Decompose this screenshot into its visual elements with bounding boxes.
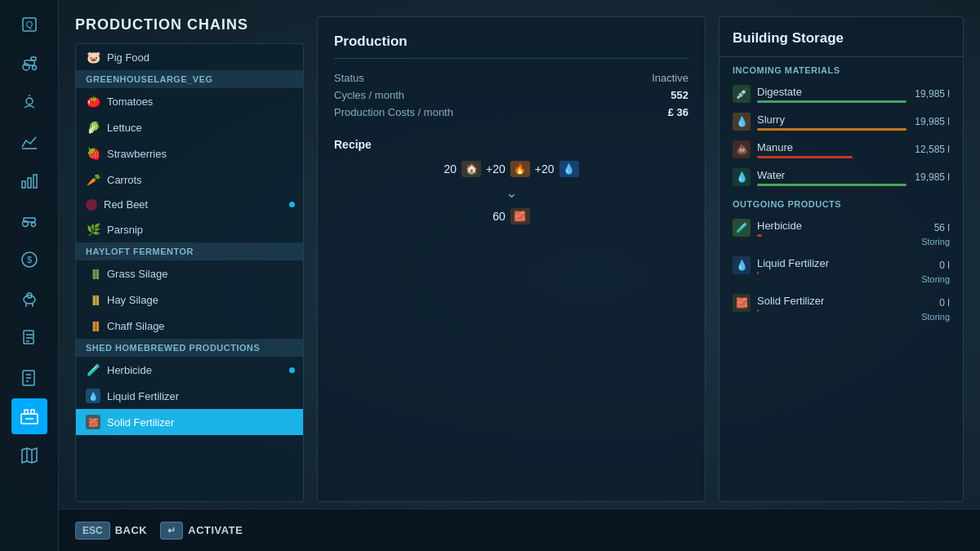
outgoing-solid-row: 🧱 Solid Fertilizer 0 l [733,294,950,312]
svg-point-2 [23,64,29,70]
storage-item-slurry: 💧 Slurry 19,985 l [719,108,963,136]
herbicide-status: Storing [921,237,950,247]
slurry-name: Slurry [757,113,908,126]
water-info: Water [757,169,908,186]
notes-icon[interactable] [11,359,47,395]
storage-panel: Building Storage INCOMING MATERIALS 💉 Di… [719,16,964,502]
recipe-arrow: ⌄ [506,184,518,202]
chain-item-grass-silage[interactable]: ▐▐ Grass Silage [76,260,303,287]
bottom-bar: ESC BACK ↵ ACTIVATE [59,509,980,551]
chain-item-red-beet[interactable]: Red Beet [76,193,303,216]
esc-key-badge: ESC [75,522,110,540]
chain-category-shed: SHED HOMEBREWED PRODUCTIONS [76,339,303,357]
svg-rect-6 [31,57,36,60]
chain-item-label: Parsnip [107,224,143,236]
incoming-header: INCOMING MATERIALS [719,57,963,80]
main-content: PRODUCTION CHAINS 🐷 Pig Food GREENHOUSEL… [59,0,980,551]
chain-item-label: Herbicide [107,364,152,376]
water-bar [757,184,906,186]
chain-item-liquid-fertilizer[interactable]: 💧 Liquid Fertilizer [76,383,303,409]
chain-item-solid-fertilizer[interactable]: 🧱 Solid Fertilizer [76,409,303,435]
chain-item-chaff-silage[interactable]: ▐▐ Chaff Silage [76,313,303,339]
recipe-ingredients: 20 🏠 +20 🔥 +20 💧 [443,161,578,177]
chain-item-carrots[interactable]: 🥕 Carrots [76,167,303,193]
weather-icon[interactable] [11,85,47,121]
costs-value: £ 36 [668,106,688,118]
svg-rect-12 [33,175,37,188]
digestate-icon: 💉 [733,85,751,103]
liquid-fert-status: Storing [921,274,950,284]
chain-item-label: Tomatoes [107,96,153,108]
svg-rect-11 [28,178,31,188]
back-button[interactable]: ESC BACK [75,522,147,540]
herbicide-out-icon: 🧪 [733,219,751,237]
documents-icon[interactable] [11,320,47,356]
herbicide-status-row: Storing [733,237,950,247]
tractor-icon[interactable] [11,46,47,82]
parsnip-icon: 🌿 [86,222,100,237]
slurry-icon: 💧 [733,113,751,131]
slurry-amount: 19,985 l [915,116,950,127]
q-key-icon[interactable]: Q [11,7,47,42]
solid-fert-out-info: Solid Fertilizer [757,295,933,312]
digestate-info: Digestate [757,86,908,103]
recipe-content: 20 🏠 +20 🔥 +20 💧 ⌄ 60 🧱 [334,161,688,224]
svg-rect-31 [24,410,28,414]
chain-item-tomatoes[interactable]: 🍅 Tomatoes [76,88,303,114]
herbicide-out-info: Herbicide [757,220,928,237]
manure-name: Manure [757,141,908,153]
water-icon: 💧 [733,168,751,186]
costs-label: Production Costs / month [334,106,453,118]
svg-marker-34 [22,448,37,463]
strawberry-icon: 🍓 [86,146,100,161]
active-dot [289,367,295,373]
chain-item-label: Liquid Fertilizer [107,390,179,402]
chain-item-label: Carrots [107,174,142,186]
digestate-bar [757,100,906,103]
solid-fert-out-icon: 🧱 [733,294,751,312]
production-panel: Production Status Inactive Cycles / mont… [317,16,706,502]
chain-item-parsnip[interactable]: 🌿 Parsnip [76,216,303,242]
solid-fert-out-amount: 0 l [939,297,950,309]
chain-item-label: Grass Silage [107,268,167,280]
chain-item-hay-silage[interactable]: ▐▐ Hay Silage [76,287,303,313]
bar-chart-icon[interactable] [11,163,47,199]
manure-bar [757,156,853,158]
chains-title: PRODUCTION CHAINS [75,16,304,33]
svg-text:$: $ [26,255,31,264]
chains-list[interactable]: 🐷 Pig Food GREENHOUSELARGE_VEG 🍅 Tomatoe… [75,43,304,502]
tractor2-icon[interactable] [11,202,47,238]
water-amount: 19,985 l [915,171,950,183]
stat-cycles: Cycles / month 552 [334,89,688,101]
svg-rect-10 [22,181,25,188]
digestate-name: Digestate [757,86,908,98]
svg-rect-32 [31,410,34,414]
solid-fert-status-row: Storing [733,312,950,322]
chart-line-icon[interactable] [11,124,47,160]
cycles-value: 552 [670,89,688,101]
chain-item-strawberries[interactable]: 🍓 Strawberries [76,140,303,167]
chain-item-lettuce[interactable]: 🥬 Lettuce [76,114,303,140]
ingredient2-icon: 🔥 [510,161,530,177]
chain-item-label: Solid Fertilizer [107,416,174,429]
status-label: Status [334,72,364,84]
outgoing-header: OUTGOING PRODUCTS [719,191,963,214]
dollar-icon[interactable]: $ [11,242,47,278]
ingredient1-icon: 🏠 [461,161,481,177]
chain-item-pig-food[interactable]: 🐷 Pig Food [76,44,303,70]
storage-item-manure: 💩 Manure 12,585 l [719,136,963,163]
production-title: Production [334,33,688,59]
chain-item-herbicide[interactable]: 🧪 Herbicide [76,357,303,383]
manure-icon: 💩 [733,140,751,158]
recipe-title: Recipe [334,138,688,151]
recipe-section: Recipe 20 🏠 +20 🔥 +20 💧 ⌄ 60 🧱 [334,138,688,224]
map-icon[interactable] [11,438,47,473]
svg-point-3 [32,66,36,70]
svg-text:Q: Q [25,20,33,29]
cow-icon[interactable] [11,281,47,317]
outgoing-liquid-row: 💧 Liquid Fertilizer 0 l [733,256,950,274]
production-icon[interactable] [11,398,47,434]
solid-fertilizer-icon: 🧱 [86,415,100,429]
activate-button[interactable]: ↵ ACTIVATE [160,522,243,540]
output-amount: 60 [492,210,506,223]
